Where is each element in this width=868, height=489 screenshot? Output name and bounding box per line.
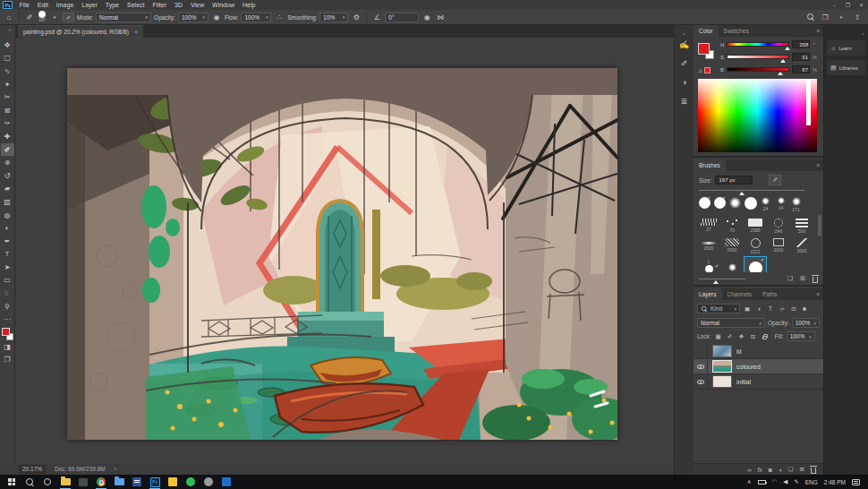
- panel-menu-icon[interactable]: ≡: [816, 291, 820, 297]
- hidden-icons-chevron[interactable]: ∧: [747, 478, 752, 485]
- foreground-color-swatch[interactable]: [698, 43, 710, 55]
- menu-select[interactable]: Select: [123, 2, 149, 8]
- brush-angle-field[interactable]: 0°: [385, 13, 419, 22]
- brush-settings-panel-icon[interactable]: ✐: [681, 59, 688, 68]
- paragraph-panel-icon[interactable]: ≣: [681, 97, 688, 106]
- color-spectrum-picker[interactable]: [698, 79, 817, 152]
- taskbar-grey-app[interactable]: [200, 475, 217, 489]
- tab-layers[interactable]: Layers: [694, 288, 722, 300]
- brush-preset[interactable]: 24: [758, 195, 773, 217]
- language-indicator[interactable]: ENG: [805, 479, 818, 485]
- brush-preset[interactable]: 246: [767, 217, 790, 236]
- maximize-button[interactable]: ❐: [841, 0, 855, 10]
- tab-paths[interactable]: Paths: [757, 288, 783, 300]
- layer-thumbnail[interactable]: [712, 360, 732, 373]
- taskbar-dark-app[interactable]: [74, 475, 92, 489]
- tab-brushes[interactable]: Brushes: [694, 159, 726, 171]
- layer-effects-icon[interactable]: fx: [758, 467, 762, 473]
- brush-preset-picker[interactable]: 197: [38, 11, 46, 23]
- taskbar-yellow-app[interactable]: [164, 475, 182, 489]
- taskbar-blue-folder[interactable]: [110, 475, 128, 489]
- kind-filter-select[interactable]: Kind ▾: [697, 304, 740, 313]
- brightness-value-field[interactable]: 87: [792, 65, 810, 73]
- layer-opacity-select[interactable]: 100% ▾: [792, 318, 820, 328]
- collapse-toolbar-icon[interactable]: «: [8, 27, 11, 32]
- app-logo[interactable]: Ps: [3, 1, 13, 9]
- slider-handle[interactable]: [713, 280, 719, 284]
- brush-preset[interactable]: 2000: [790, 236, 813, 256]
- cortana-button[interactable]: [38, 475, 56, 489]
- panel-menu-icon[interactable]: ≡: [816, 162, 820, 168]
- size-slider[interactable]: [699, 190, 804, 191]
- brush-preset[interactable]: [743, 195, 758, 217]
- hand-tool[interactable]: ☞: [1, 287, 14, 300]
- link-layers-icon[interactable]: ∞: [747, 467, 752, 473]
- brush-preset[interactable]: 27: [697, 217, 720, 236]
- slider-handle[interactable]: [780, 59, 786, 63]
- expand-panels-icon[interactable]: «: [683, 30, 685, 36]
- clone-stamp-tool[interactable]: ⊕: [1, 156, 14, 169]
- zoom-tool[interactable]: ⚲: [1, 300, 14, 313]
- brush-preset[interactable]: ✐: [712, 195, 728, 217]
- saturation-value-field[interactable]: 91: [792, 53, 810, 61]
- airbrush-icon[interactable]: ∴: [274, 13, 285, 21]
- filter-type-layers-icon[interactable]: T: [766, 305, 775, 312]
- clock[interactable]: 2:48 PM: [824, 479, 846, 485]
- size-value-field[interactable]: 197 px: [715, 176, 753, 184]
- menu-edit[interactable]: Edit: [33, 2, 52, 8]
- gradient-tool[interactable]: ▧: [1, 195, 14, 209]
- tab-channels[interactable]: Channels: [722, 288, 757, 300]
- eraser-tool[interactable]: ▰: [1, 183, 14, 196]
- menu-help[interactable]: Help: [238, 2, 259, 8]
- color-swatch-pair[interactable]: [698, 43, 716, 61]
- delete-layer-icon[interactable]: [811, 468, 816, 474]
- dodge-tool[interactable]: ◐: [1, 221, 14, 235]
- folder-icon[interactable]: ❏: [787, 275, 793, 282]
- history-panel-icon[interactable]: ✍: [679, 40, 689, 49]
- layer-row-initial[interactable]: initial: [694, 374, 823, 390]
- canvas-area[interactable]: [16, 38, 674, 463]
- healing-brush-tool[interactable]: ✚: [1, 130, 14, 143]
- type-tool[interactable]: T: [1, 248, 14, 262]
- lock-pixels-icon[interactable]: ✐: [726, 333, 735, 340]
- expand-rail-icon[interactable]: «: [824, 30, 868, 36]
- filter-pixel-layers-icon[interactable]: ▣: [743, 305, 752, 313]
- brush-preset[interactable]: 2500: [720, 236, 744, 256]
- lock-artboard-icon[interactable]: ⊡: [749, 333, 758, 340]
- pressure-size-icon[interactable]: ✐: [769, 175, 781, 185]
- layer-mask-icon[interactable]: ◙: [769, 467, 772, 473]
- close-tab-icon[interactable]: ×: [134, 29, 138, 35]
- eyedropper-tool[interactable]: ✑: [1, 117, 14, 131]
- new-group-icon[interactable]: ❏: [788, 466, 794, 473]
- layer-thumbnail[interactable]: [712, 375, 732, 388]
- brightness-slider[interactable]: [727, 67, 789, 72]
- windows-ink-icon[interactable]: ✎: [794, 478, 798, 485]
- layer-blend-mode-select[interactable]: Normal ▾: [697, 318, 765, 328]
- new-brush-icon[interactable]: ⊞: [800, 275, 805, 282]
- foreground-background-swatches[interactable]: [2, 328, 13, 340]
- home-icon[interactable]: ⌂: [4, 13, 14, 21]
- pressure-size-icon[interactable]: ◉: [421, 13, 432, 21]
- visibility-toggle[interactable]: [694, 374, 708, 390]
- zoom-level-field[interactable]: 20.17%: [19, 465, 46, 474]
- crop-tool[interactable]: ✂: [1, 90, 14, 104]
- menu-3d[interactable]: 3D: [171, 2, 187, 8]
- document-tab[interactable]: painting.psd @ 20.2% (coloured, RGB/8) ×: [18, 25, 143, 38]
- taskbar-search-button[interactable]: [21, 475, 38, 489]
- brush-preset[interactable]: ✐: [697, 195, 712, 217]
- notification-center-icon[interactable]: [852, 479, 860, 485]
- workspace-switcher-icon[interactable]: ❒: [820, 13, 830, 21]
- taskbar-blue-app[interactable]: [217, 475, 235, 489]
- slider-handle[interactable]: [778, 72, 783, 75]
- panel-menu-icon[interactable]: ≡: [816, 28, 820, 34]
- share-icon[interactable]: ⇧: [852, 13, 863, 21]
- tab-color[interactable]: Color: [694, 25, 719, 37]
- volume-icon[interactable]: ◀: [783, 478, 787, 485]
- smoothing-select[interactable]: 10% ▾: [319, 13, 348, 22]
- minimize-button[interactable]: –: [828, 0, 841, 10]
- taskbar-file-explorer[interactable]: [56, 475, 74, 489]
- filter-toggle[interactable]: [803, 307, 806, 311]
- taskbar-chrome[interactable]: [92, 475, 110, 489]
- menu-window[interactable]: Window: [208, 2, 239, 8]
- visibility-toggle[interactable]: [694, 359, 708, 374]
